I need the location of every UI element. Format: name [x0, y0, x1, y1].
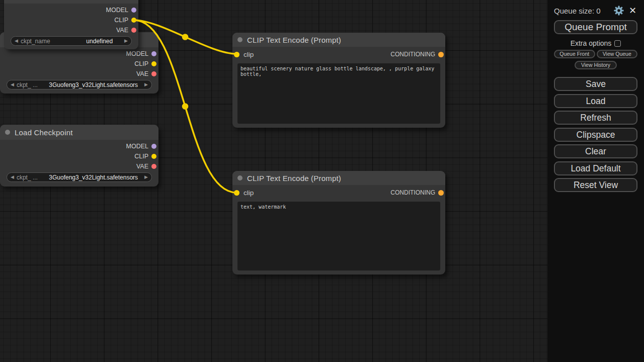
widget-value: undefined — [53, 38, 122, 45]
reset-view-button[interactable]: Reset View — [554, 178, 637, 192]
slot-label: CLIP — [114, 17, 128, 24]
output-slot-conditioning[interactable]: CONDITIONING — [390, 189, 445, 196]
output-slot-vae[interactable]: VAE — [0, 69, 158, 79]
vae-output-dot-icon[interactable] — [131, 28, 136, 33]
widget-value: 3Guofeng3_v32Light.safetensors — [40, 81, 142, 88]
output-slot-conditioning[interactable]: CONDITIONING — [390, 51, 445, 58]
collapse-dot-icon[interactable] — [5, 130, 10, 135]
slot-label: clip — [244, 189, 254, 197]
widget-label: ckpt_name — [21, 38, 50, 45]
negative-prompt-textarea[interactable]: text, watermark — [237, 202, 440, 270]
output-slot-vae[interactable]: VAE — [0, 161, 158, 171]
input-slot-clip[interactable]: clip — [232, 189, 254, 197]
clip-input-dot-icon[interactable] — [234, 52, 239, 57]
node-title-bar[interactable]: Load Checkpoint — [0, 125, 158, 140]
widget-left-arrow-icon[interactable]: ◀ — [11, 175, 14, 179]
refresh-button[interactable]: Refresh — [554, 111, 637, 125]
widget-right-arrow-icon[interactable]: ▶ — [144, 82, 148, 87]
widget-value: 3Guofeng3_v32Light.safetensors — [40, 174, 142, 181]
model-output-dot-icon[interactable] — [151, 144, 156, 149]
view-queue-button[interactable]: View Queue — [597, 50, 638, 58]
comfy-menu-panel: Queue size: 0 ✕ Queue Prompt Extra optio… — [547, 0, 644, 362]
positive-prompt-textarea[interactable]: beautiful scenery nature glass bottle la… — [237, 63, 440, 124]
node-title-bar[interactable]: CLIP Text Encode (Prompt) — [232, 33, 445, 47]
collapse-dot-icon[interactable] — [237, 175, 243, 180]
output-slot-model[interactable]: MODEL — [0, 141, 158, 151]
slot-label: MODEL — [126, 50, 148, 57]
slot-label: clip — [244, 51, 254, 58]
settings-gear-icon[interactable] — [613, 5, 624, 16]
output-slot-model[interactable]: MODEL — [0, 49, 158, 59]
view-history-button[interactable]: View History — [575, 61, 617, 69]
widget-right-arrow-icon[interactable]: ▶ — [144, 175, 148, 179]
queue-size-label: Queue size: 0 — [554, 7, 601, 15]
queue-front-button[interactable]: Queue Front — [554, 50, 595, 58]
output-slot-vae[interactable]: VAE — [4, 25, 138, 35]
node-title-bar[interactable] — [4, 0, 138, 4]
queue-prompt-button[interactable]: Queue Prompt — [554, 20, 637, 34]
slot-label: CLIP — [134, 60, 148, 67]
slot-label: MODEL — [126, 143, 148, 150]
slot-label: VAE — [136, 70, 148, 77]
slot-label: VAE — [136, 163, 148, 170]
vae-output-dot-icon[interactable] — [151, 71, 156, 76]
load-default-button[interactable]: Load Default — [554, 161, 637, 175]
node-title: CLIP Text Encode (Prompt) — [247, 36, 341, 44]
slot-label: MODEL — [106, 7, 128, 14]
output-slot-model[interactable]: MODEL — [4, 5, 138, 15]
conditioning-output-dot-icon[interactable] — [438, 52, 444, 57]
model-output-dot-icon[interactable] — [131, 8, 136, 13]
vae-output-dot-icon[interactable] — [151, 164, 156, 169]
load-button[interactable]: Load — [554, 94, 637, 108]
clip-output-dot-icon[interactable] — [151, 154, 156, 159]
node-load-checkpoint[interactable]: Load Checkpoint MODEL CLIP VAE ◀ ckpt_ .… — [0, 125, 158, 187]
extra-options-checkbox[interactable] — [614, 40, 621, 47]
clip-output-dot-icon[interactable] — [131, 18, 136, 23]
widget-left-arrow-icon[interactable]: ◀ — [11, 82, 14, 87]
ckpt-name-combo-widget[interactable]: ◀ ckpt_ ... 3Guofeng3_v32Light.safetenso… — [7, 172, 152, 182]
model-output-dot-icon[interactable] — [151, 51, 156, 56]
widget-right-arrow-icon[interactable]: ▶ — [124, 39, 128, 43]
slot-label: CLIP — [134, 153, 148, 160]
output-slot-clip[interactable]: CLIP — [4, 15, 138, 25]
link-midpoint-dot-icon[interactable] — [182, 34, 189, 40]
node-title: CLIP Text Encode (Prompt) — [247, 174, 341, 183]
node-clip-text-encode-positive[interactable]: CLIP Text Encode (Prompt) clip CONDITION… — [232, 33, 445, 128]
slot-label: CONDITIONING — [390, 189, 435, 196]
output-slot-clip[interactable]: CLIP — [0, 59, 158, 69]
slot-label: VAE — [116, 27, 128, 34]
clear-button[interactable]: Clear — [554, 144, 637, 158]
link-midpoint-dot-icon[interactable] — [182, 103, 189, 110]
widget-label: ckpt_ ... — [17, 81, 38, 88]
clip-output-dot-icon[interactable] — [151, 61, 156, 66]
widget-left-arrow-icon[interactable]: ◀ — [15, 39, 18, 43]
node-clip-text-encode-negative[interactable]: CLIP Text Encode (Prompt) clip CONDITION… — [232, 171, 445, 275]
ckpt-name-combo-widget[interactable]: ◀ ckpt_ ... 3Guofeng3_v32Light.safetenso… — [7, 80, 152, 89]
close-panel-icon[interactable]: ✕ — [628, 6, 637, 15]
node-title: Load Checkpoint — [15, 128, 73, 137]
clip-input-dot-icon[interactable] — [234, 190, 239, 196]
queue-size-value: 0 — [596, 7, 600, 15]
collapse-dot-icon[interactable] — [237, 37, 243, 42]
node-load-checkpoint-top[interactable]: MODEL CLIP VAE ◀ ckpt_name undefined ▶ — [4, 0, 138, 49]
save-button[interactable]: Save — [554, 77, 637, 91]
node-title-bar[interactable]: CLIP Text Encode (Prompt) — [232, 171, 445, 185]
conditioning-output-dot-icon[interactable] — [438, 190, 444, 196]
clipspace-button[interactable]: Clipspace — [554, 128, 637, 142]
extra-options-label: Extra options — [571, 39, 612, 47]
widget-label: ckpt_ ... — [17, 174, 38, 181]
input-slot-clip[interactable]: clip — [232, 51, 254, 58]
ckpt-name-combo-widget[interactable]: ◀ ckpt_name undefined ▶ — [11, 36, 132, 46]
queue-size-text: Queue size: — [554, 7, 594, 15]
slot-label: CONDITIONING — [390, 51, 435, 58]
output-slot-clip[interactable]: CLIP — [0, 151, 158, 161]
